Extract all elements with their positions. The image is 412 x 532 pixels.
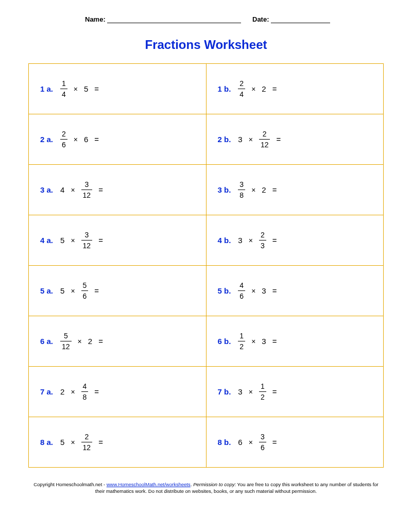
problem-label: 4 a. (40, 236, 53, 245)
problem: 7 a.2×48= (40, 383, 201, 401)
problem-cell: 1 a.14×5= (29, 64, 207, 114)
problem-expression: 5×312= (60, 231, 103, 249)
problem-row: 4 a.5×312=4 b.3×23= (29, 215, 384, 266)
name-label: Name: (85, 15, 106, 23)
whole-number: 2 (60, 387, 64, 396)
denominator: 2 (259, 391, 266, 401)
denominator: 3 (259, 240, 266, 249)
numerator: 5 (62, 332, 70, 341)
problem: 3 b.38×2= (218, 181, 379, 199)
problem-expression: 12×3= (238, 332, 277, 350)
problem: 1 b.24×2= (218, 80, 379, 98)
numerator: 4 (238, 282, 245, 290)
problem-cell: 5 a.5×56= (29, 266, 207, 316)
footer-link[interactable]: www.HomeschoolMath.net/worksheets (107, 482, 191, 487)
numerator: 3 (83, 181, 90, 190)
times-operator: × (251, 186, 255, 194)
whole-number: 6 (84, 135, 88, 144)
denominator: 6 (81, 290, 89, 300)
denominator: 12 (81, 442, 93, 451)
footer: Copyright Homeschoolmath.net - www.Homes… (28, 481, 384, 495)
problem-row: 5 a.5×56=5 b.46×3= (29, 266, 384, 316)
problem-expression: 4×312= (60, 181, 103, 199)
equals-sign: = (272, 236, 277, 245)
times-operator: × (249, 438, 253, 447)
whole-number: 5 (60, 438, 64, 447)
equals-sign: = (94, 387, 99, 396)
equals-sign: = (98, 438, 103, 447)
fraction: 23 (259, 231, 266, 249)
problem: 7 b.3×12= (218, 383, 379, 401)
denominator: 6 (259, 442, 266, 451)
problem-label: 3 a. (40, 185, 53, 194)
problem: 5 a.5×56= (40, 282, 201, 300)
whole-number: 6 (238, 438, 242, 447)
problem-cell: 1 b.24×2= (206, 64, 384, 114)
fraction: 14 (60, 80, 67, 98)
numerator: 3 (83, 231, 90, 240)
problem-cell: 4 b.3×23= (206, 215, 384, 266)
problem: 6 b.12×3= (218, 332, 379, 350)
footer-permission-label: Permission to copy: (193, 482, 236, 487)
times-operator: × (249, 236, 253, 245)
date-blank[interactable] (271, 16, 330, 23)
fraction: 212 (81, 433, 93, 451)
numerator: 2 (238, 80, 245, 89)
times-operator: × (71, 236, 75, 245)
denominator: 8 (238, 190, 245, 199)
problem-cell: 7 a.2×48= (29, 367, 207, 417)
whole-number: 2 (262, 84, 266, 93)
problem-cell: 8 a.5×212= (29, 417, 207, 468)
problem-expression: 46×3= (238, 282, 277, 300)
denominator: 4 (60, 89, 67, 98)
times-operator: × (71, 287, 75, 295)
problem-expression: 24×2= (238, 80, 277, 98)
problem-row: 1 a.14×5=1 b.24×2= (29, 64, 384, 114)
whole-number: 2 (262, 185, 266, 194)
name-blank[interactable] (107, 16, 241, 23)
problem: 6 a.512×2= (40, 332, 201, 350)
header-line: Name: Date: (28, 15, 384, 23)
times-operator: × (71, 438, 75, 447)
problem-row: 6 a.512×2=6 b.12×3= (29, 316, 384, 367)
problem: 1 a.14×5= (40, 80, 201, 98)
problem-label: 2 a. (40, 135, 53, 144)
problem-expression: 38×2= (238, 181, 277, 199)
fraction: 56 (81, 282, 89, 300)
problem-cell: 3 a.4×312= (29, 165, 207, 215)
denominator: 2 (238, 341, 245, 350)
fraction: 26 (60, 130, 67, 148)
problem-expression: 3×23= (238, 231, 277, 249)
problem: 3 a.4×312= (40, 181, 201, 199)
problem-expression: 26×6= (60, 130, 99, 148)
problem-label: 8 b. (218, 438, 231, 447)
whole-number: 5 (60, 236, 64, 245)
problem-expression: 3×12= (238, 383, 277, 401)
problem-cell: 4 a.5×312= (29, 215, 207, 266)
problem-expression: 3×212= (238, 130, 281, 148)
numerator: 1 (60, 80, 67, 89)
denominator: 6 (238, 290, 245, 300)
problem-cell: 5 b.46×3= (206, 266, 384, 316)
problem-label: 3 b. (218, 185, 231, 194)
problem: 5 b.46×3= (218, 282, 379, 300)
whole-number: 3 (238, 236, 242, 245)
times-operator: × (71, 186, 75, 194)
times-operator: × (249, 135, 253, 144)
equals-sign: = (272, 185, 277, 194)
denominator: 12 (81, 190, 93, 199)
problem-cell: 2 b.3×212= (206, 114, 384, 165)
equals-sign: = (98, 185, 103, 194)
problem: 4 a.5×312= (40, 231, 201, 249)
problem-row: 8 a.5×212=8 b.6×36= (29, 417, 384, 468)
times-operator: × (251, 85, 255, 93)
numerator: 2 (83, 433, 90, 442)
whole-number: 5 (84, 84, 88, 93)
times-operator: × (249, 388, 253, 396)
problem-cell: 7 b.3×12= (206, 367, 384, 417)
times-operator: × (251, 287, 255, 295)
equals-sign: = (98, 236, 103, 245)
whole-number: 3 (262, 337, 266, 346)
denominator: 12 (60, 341, 72, 350)
footer-copyright: Copyright Homeschoolmath.net - (33, 482, 107, 487)
